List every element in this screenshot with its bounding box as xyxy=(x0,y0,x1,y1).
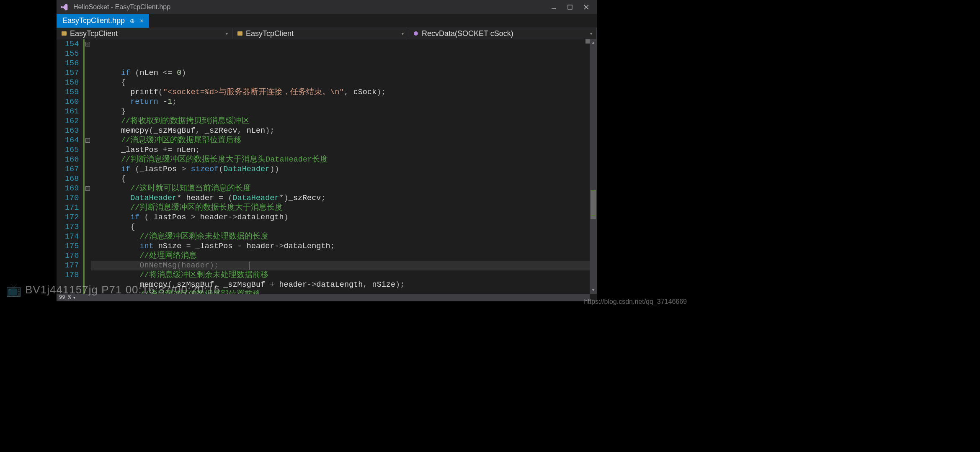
tab-label: EasyTcpClient.hpp xyxy=(62,16,125,25)
line-number: 158 xyxy=(65,78,79,87)
code-area[interactable]: if (nLen <= 0) { printf("<socket=%d>与服务器… xyxy=(91,39,597,301)
scrollbar-down-icon[interactable]: ▼ xyxy=(590,287,597,294)
line-number: 171 xyxy=(65,203,79,213)
line-number: 173 xyxy=(65,222,79,232)
watermark-url-text: https://blog.csdn.net/qq_37146669 xyxy=(584,298,687,305)
video-timestamp: BV1j441157jg P71 00:16:37/00:20:15 xyxy=(25,283,220,296)
split-handle-icon[interactable] xyxy=(585,39,590,44)
chevron-down-icon: ▾ xyxy=(590,31,592,36)
line-number: 159 xyxy=(65,87,79,97)
vs-window: HelloSocket - EasyTcpClient.hpp EasyTcpC… xyxy=(57,0,597,301)
code-line[interactable]: if (_lastPos > header->dataLength) xyxy=(93,213,597,222)
minimize-button[interactable] xyxy=(551,4,557,10)
code-line[interactable]: if (_lastPos > sizeof(DataHeader)) xyxy=(93,164,597,174)
line-number: 166 xyxy=(65,155,79,164)
line-number: 163 xyxy=(65,126,79,136)
scrollbar-up-icon[interactable]: ▲ xyxy=(590,39,597,46)
scrollbar-marker xyxy=(591,190,596,191)
line-number: 167 xyxy=(65,164,79,174)
line-number: 168 xyxy=(65,174,79,184)
code-line[interactable]: { xyxy=(93,78,597,87)
line-number: 155 xyxy=(65,49,79,59)
csdn-watermark: https://blog.csdn.net/qq_37146669 xyxy=(584,298,687,306)
code-line[interactable]: _lastPos += nLen; xyxy=(93,145,597,155)
titlebar[interactable]: HelloSocket - EasyTcpClient.hpp xyxy=(57,0,597,14)
code-line[interactable]: //将收取到的数据拷贝到消息缓冲区 xyxy=(93,116,597,126)
code-line[interactable]: if (nLen <= 0) xyxy=(93,68,597,78)
code-line[interactable]: //消息缓冲区的数据尾部位置后移 xyxy=(93,136,597,145)
code-line[interactable]: //消息缓冲区剩余未处理数据的长度 xyxy=(93,232,597,241)
fold-column[interactable]: --- xyxy=(85,39,91,301)
line-number: 175 xyxy=(65,241,79,251)
line-number: 176 xyxy=(65,251,79,261)
class-icon xyxy=(237,30,243,37)
bilibili-logo-icon: 📺 xyxy=(6,282,22,297)
code-editor[interactable]: 1541551561571581591601611621631641651661… xyxy=(57,39,597,301)
text-caret xyxy=(250,262,250,270)
code-line[interactable]: DataHeader* header = (DataHeader*)_szRec… xyxy=(93,193,597,203)
maximize-button[interactable] xyxy=(567,4,573,10)
tab-active[interactable]: EasyTcpClient.hpp ⊕ × xyxy=(57,14,149,28)
window-title: HelloSocket - EasyTcpClient.hpp xyxy=(73,3,170,11)
code-line[interactable]: { xyxy=(93,174,597,184)
svg-rect-4 xyxy=(62,31,67,36)
nav-scope-method[interactable]: RecvData(SOCKET cSock) ▾ xyxy=(408,28,597,39)
close-button[interactable] xyxy=(583,4,589,10)
tab-bar: EasyTcpClient.hpp ⊕ × xyxy=(57,14,597,28)
line-number: 164 xyxy=(65,136,79,145)
code-line[interactable]: memcpy(_szMsgBuf, _szRecv, nLen); xyxy=(93,126,597,136)
line-number: 160 xyxy=(65,97,79,107)
line-number: 170 xyxy=(65,193,79,203)
class-icon xyxy=(61,30,67,37)
nav-scope-class[interactable]: EasyTcpClient ▾ xyxy=(232,28,408,39)
line-number: 172 xyxy=(65,213,79,222)
line-number: 174 xyxy=(65,232,79,241)
scrollbar-marker xyxy=(591,215,596,216)
nav-scope-project-label: EasyTcpClient xyxy=(70,29,118,38)
line-number: 161 xyxy=(65,107,79,116)
fold-toggle-icon[interactable]: - xyxy=(85,42,90,46)
line-number: 154 xyxy=(65,39,79,49)
window-controls xyxy=(551,4,593,10)
tab-close-icon[interactable]: × xyxy=(140,18,143,24)
line-number: 157 xyxy=(65,68,79,78)
nav-scope-class-label: EasyTcpClient xyxy=(246,29,294,38)
line-number: 162 xyxy=(65,116,79,126)
svg-rect-1 xyxy=(568,5,572,9)
svg-point-6 xyxy=(414,31,418,36)
chevron-down-icon: ▾ xyxy=(402,31,404,36)
line-number: 178 xyxy=(65,270,79,280)
code-line[interactable]: //判断消息缓冲区的数据长度大于消息长度 xyxy=(93,203,597,213)
fold-toggle-icon[interactable]: - xyxy=(85,186,90,191)
vertical-scrollbar[interactable]: ▲ ▼ xyxy=(590,39,597,294)
chevron-down-icon: ▾ xyxy=(226,31,228,36)
line-number-gutter: 1541551561571581591601611621631641651661… xyxy=(57,39,83,301)
line-number: 169 xyxy=(65,184,79,193)
code-line[interactable]: { xyxy=(93,222,597,232)
line-number: 177 xyxy=(65,261,79,270)
code-line[interactable]: printf("<socket=%d>与服务器断开连接，任务结束。\n", cS… xyxy=(93,87,597,97)
code-line[interactable]: //处理网络消息 xyxy=(93,251,597,261)
modified-icon: ⊕ xyxy=(130,18,135,24)
code-line[interactable]: //将消息缓冲区剩余未处理数据前移 xyxy=(93,270,597,280)
line-number: 165 xyxy=(65,145,79,155)
code-line[interactable]: return -1; xyxy=(93,97,597,107)
current-line-highlight xyxy=(91,261,597,270)
fold-toggle-icon[interactable]: - xyxy=(85,138,90,143)
bilibili-watermark: 📺 BV1j441157jg P71 00:16:37/00:20:15 xyxy=(6,282,220,297)
vs-logo-icon xyxy=(60,3,68,11)
code-line[interactable]: } xyxy=(93,107,597,116)
code-line[interactable]: int nSize = _lastPos - header->dataLengt… xyxy=(93,241,597,251)
svg-rect-5 xyxy=(237,31,242,36)
method-icon xyxy=(413,30,419,37)
line-number: 156 xyxy=(65,59,79,68)
nav-scope-method-label: RecvData(SOCKET cSock) xyxy=(422,29,513,38)
nav-scope-project[interactable]: EasyTcpClient ▾ xyxy=(57,28,232,39)
code-line[interactable]: //判断消息缓冲区的数据长度大于消息头DataHeader长度 xyxy=(93,155,597,164)
code-line[interactable]: //这时就可以知道当前消息的长度 xyxy=(93,184,597,193)
navigation-bar: EasyTcpClient ▾ EasyTcpClient ▾ RecvData… xyxy=(57,28,597,39)
